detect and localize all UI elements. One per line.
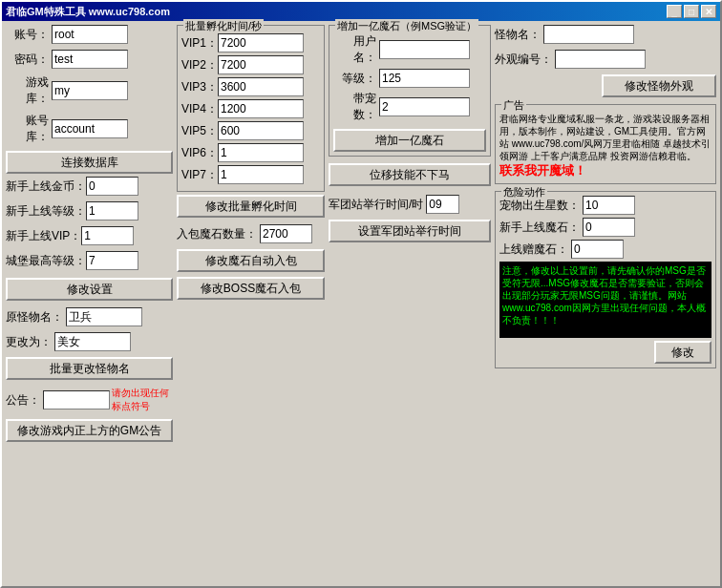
account-input[interactable]: [52, 25, 128, 44]
gamedb-input[interactable]: [52, 81, 128, 100]
center-level-input[interactable]: [379, 69, 470, 88]
vip1-label: VIP1：: [181, 35, 218, 52]
newbie-magic-label: 新手上线魔石：: [499, 220, 580, 236]
modify-announcement-button[interactable]: 修改游戏内正上方的GM公告: [6, 419, 173, 442]
ad-title: 广告: [501, 98, 526, 113]
vip1-input[interactable]: [218, 33, 304, 52]
appearance-label: 外观编号：: [495, 52, 552, 68]
vip2-row: VIP2：: [181, 55, 320, 74]
army-time-input[interactable]: [426, 195, 459, 214]
minimize-button[interactable]: _: [667, 5, 682, 18]
batch-change-button[interactable]: 批量更改怪物名: [6, 357, 173, 380]
announcement-label: 公告：: [6, 392, 40, 409]
change-to-input[interactable]: [54, 332, 131, 351]
danger-group: 危险动作 宠物出生星数： 新手上线魔石： 上线赠魔石： 注意，修改以上设置前，请…: [495, 191, 716, 368]
newbie-magic-row: 新手上线魔石：: [499, 218, 711, 237]
vip1-row: VIP1：: [181, 33, 320, 52]
connect-button[interactable]: 连接数据库: [6, 151, 173, 174]
max-level-row: 城堡最高等级：: [6, 251, 173, 270]
title-bar: 君临GM特殊工具 www.uc798.com _ □ ✕: [2, 2, 720, 21]
vip6-row: VIP6：: [181, 143, 320, 162]
change-to-row: 更改为：: [6, 332, 173, 351]
pet-count-label: 带宠数：: [333, 91, 376, 123]
set-army-button[interactable]: 设置军团站举行时间: [329, 220, 491, 242]
monster-name-row: 原怪物名：: [6, 307, 173, 326]
newbie-level-input[interactable]: [86, 201, 138, 220]
inpack-input[interactable]: [260, 224, 312, 243]
vip5-label: VIP5：: [181, 123, 218, 139]
vip4-row: VIP4：: [181, 99, 320, 118]
center-username-input[interactable]: [379, 40, 470, 59]
accountdb-input[interactable]: [52, 119, 128, 138]
accountdb-label: 账号库：: [6, 113, 49, 145]
ad-text: 君临网络专业魔域私服一条龙，游戏装设服务器相用，版本制作，网站建设，GM工具使用…: [499, 113, 711, 162]
modify-button[interactable]: 修改: [654, 341, 711, 364]
modify-hatch-button[interactable]: 修改批量孵化时间: [177, 195, 325, 218]
monster-name-input[interactable]: [66, 307, 142, 326]
ad-group: 广告 君临网络专业魔域私服一条龙，游戏装设服务器相用，版本制作，网站建设，GM工…: [495, 104, 716, 184]
online-gift-input[interactable]: [571, 240, 624, 259]
maximize-button[interactable]: □: [684, 5, 699, 18]
inpack-label: 入包魔石数量：: [177, 226, 257, 242]
vip5-row: VIP5：: [181, 121, 320, 140]
add-magic-group: 增加一亿魔石（例MSG验证） 用户名： 等级： 带宠数： 增加一亿魔石: [329, 25, 491, 157]
modify-boss-button[interactable]: 修改BOSS魔石入包: [177, 277, 325, 300]
gamedb-row: 游戏库：: [6, 74, 173, 107]
vip3-input[interactable]: [218, 77, 304, 96]
add-magic-title: 增加一亿魔石（例MSG验证）: [335, 19, 478, 33]
max-level-label: 城堡最高等级：: [6, 253, 86, 269]
monster-name-label: 原怪物名：: [6, 309, 63, 326]
accountdb-row: 账号库：: [6, 113, 173, 145]
newbie-level-row: 新手上线等级：: [6, 201, 173, 220]
account-row: 账号：: [6, 25, 173, 44]
center-panel: 增加一亿魔石（例MSG验证） 用户名： 等级： 带宠数： 增加一亿魔石 位移技能…: [329, 25, 491, 582]
monster-right-row: 怪物名：: [495, 25, 716, 44]
title-bar-buttons: _ □ ✕: [667, 5, 716, 18]
monster-right-input[interactable]: [543, 25, 634, 44]
vip2-input[interactable]: [218, 55, 304, 74]
mid-panel: 批量孵化时间/秒 VIP1： VIP2： VIP3： VIP4：: [177, 25, 325, 582]
online-gift-label: 上线赠魔石：: [499, 242, 568, 258]
monster-appearance-section: 怪物名： 外观编号： 修改怪物外观: [495, 25, 716, 97]
appearance-input[interactable]: [555, 50, 646, 69]
center-level-row: 等级：: [333, 69, 486, 88]
army-time-row: 军团站举行时间/时: [329, 195, 491, 214]
newbie-gold-input[interactable]: [86, 177, 138, 196]
vip7-row: VIP7：: [181, 165, 320, 184]
newbie-level-label: 新手上线等级：: [6, 203, 86, 220]
vip2-label: VIP2：: [181, 57, 218, 74]
newbie-magic-input[interactable]: [583, 218, 635, 237]
vip3-row: VIP3：: [181, 77, 320, 96]
modify-settings-button[interactable]: 修改设置: [6, 278, 173, 301]
announcement-input[interactable]: [43, 390, 110, 410]
vip7-input[interactable]: [218, 165, 304, 184]
danger-title: 危险动作: [501, 185, 547, 200]
center-username-label: 用户名：: [333, 33, 376, 66]
password-input[interactable]: [52, 50, 128, 69]
monster-right-label: 怪物名：: [495, 27, 541, 43]
add-magic-button[interactable]: 增加一亿魔石: [333, 129, 486, 152]
online-gift-row: 上线赠魔石：: [499, 240, 711, 259]
vip4-label: VIP4：: [181, 101, 218, 117]
newbie-vip-label: 新手上线VIP：: [6, 228, 81, 244]
center-username-row: 用户名：: [333, 33, 486, 66]
army-time-label: 军团站举行时间/时: [329, 197, 423, 213]
modify-inpack-button[interactable]: 修改魔石自动入包: [177, 249, 325, 272]
newbie-vip-input[interactable]: [81, 226, 134, 245]
inpack-row: 入包魔石数量：: [177, 224, 325, 243]
vip6-input[interactable]: [218, 143, 304, 162]
pet-count-input[interactable]: [379, 97, 470, 116]
vip7-label: VIP7：: [181, 167, 218, 183]
max-level-input[interactable]: [86, 251, 138, 270]
ad-link: 联系我开魔域！: [499, 162, 711, 179]
close-button[interactable]: ✕: [701, 5, 716, 18]
move-skill-button[interactable]: 位移技能不下马: [329, 163, 491, 186]
pet-star-input[interactable]: [583, 196, 635, 215]
password-row: 密码：: [6, 50, 173, 69]
vip5-input[interactable]: [218, 121, 304, 140]
announcement-row: 公告： 请勿出现任何标点符号: [6, 387, 173, 413]
vip4-input[interactable]: [218, 99, 304, 118]
modify-appearance-button[interactable]: 修改怪物外观: [602, 74, 716, 97]
newbie-gold-label: 新手上线金币：: [6, 178, 86, 195]
left-panel: 账号： 密码： 游戏库： 账号库： 连接数据库 新手上线金币： 新手上线等级: [6, 25, 173, 582]
